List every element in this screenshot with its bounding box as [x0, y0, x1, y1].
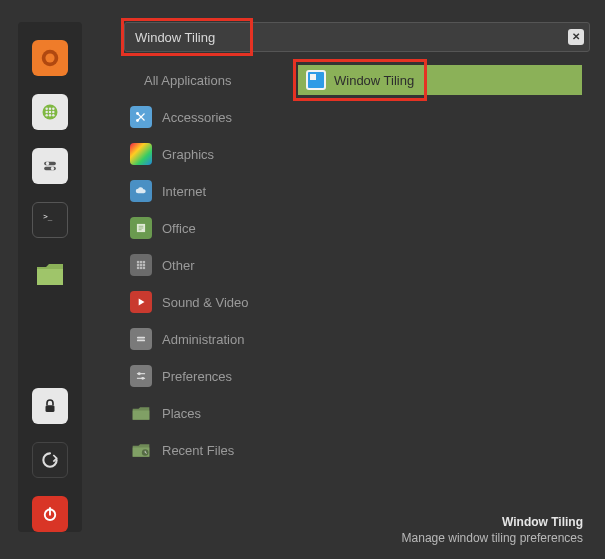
folder-icon [130, 402, 152, 424]
office-icon [130, 217, 152, 239]
svg-rect-28 [140, 261, 142, 263]
category-label: Administration [162, 332, 244, 347]
category-label: Recent Files [162, 443, 234, 458]
logout-icon[interactable] [32, 442, 68, 478]
svg-point-14 [46, 162, 49, 165]
category-label: Office [162, 221, 196, 236]
category-accessories[interactable]: Accessories [124, 102, 294, 132]
sliders-icon [130, 365, 152, 387]
svg-point-10 [49, 114, 52, 117]
svg-point-9 [45, 114, 48, 117]
category-label: Places [162, 406, 201, 421]
scissors-icon [130, 106, 152, 128]
result-label: Window Tiling [334, 73, 414, 88]
svg-rect-18 [46, 405, 55, 412]
lock-icon[interactable] [32, 388, 68, 424]
svg-rect-32 [143, 264, 145, 266]
svg-rect-30 [137, 264, 139, 266]
grid-icon [130, 254, 152, 276]
graphics-icon [130, 143, 152, 165]
category-label: Accessories [162, 110, 232, 125]
search-row: ✕ [124, 22, 590, 52]
svg-rect-33 [137, 267, 139, 269]
category-sound-video[interactable]: Sound & Video [124, 287, 294, 317]
svg-rect-29 [143, 261, 145, 263]
category-label: Internet [162, 184, 206, 199]
svg-point-42 [141, 377, 144, 380]
svg-text:>_: >_ [43, 212, 53, 221]
svg-point-5 [52, 107, 55, 110]
category-all-applications[interactable]: All Applications [124, 65, 294, 95]
category-label: Other [162, 258, 195, 273]
svg-rect-43 [133, 411, 150, 420]
category-label: Sound & Video [162, 295, 249, 310]
svg-point-41 [138, 372, 141, 375]
category-graphics[interactable]: Graphics [124, 139, 294, 169]
svg-point-1 [45, 53, 54, 62]
clear-search-icon[interactable]: ✕ [568, 29, 584, 45]
files-icon[interactable] [32, 256, 68, 292]
power-icon[interactable] [32, 496, 68, 532]
svg-point-4 [49, 107, 52, 110]
svg-point-6 [45, 111, 48, 114]
svg-point-7 [49, 111, 52, 114]
terminal-icon[interactable]: >_ [32, 202, 68, 238]
svg-rect-17 [37, 269, 63, 285]
firefox-icon[interactable] [32, 40, 68, 76]
description-title: Window Tiling [402, 515, 583, 529]
favorites-sidebar: >_ [18, 22, 82, 532]
description-subtitle: Manage window tiling preferences [402, 531, 583, 545]
window-tiling-icon [306, 70, 326, 90]
category-other[interactable]: Other [124, 250, 294, 280]
play-icon [130, 291, 152, 313]
svg-rect-31 [140, 264, 142, 266]
svg-point-3 [45, 107, 48, 110]
category-label: Preferences [162, 369, 232, 384]
category-recent-files[interactable]: Recent Files [124, 435, 294, 465]
category-preferences[interactable]: Preferences [124, 361, 294, 391]
svg-point-11 [52, 114, 55, 117]
app-description: Window Tiling Manage window tiling prefe… [402, 515, 583, 545]
svg-point-22 [136, 119, 139, 122]
svg-point-21 [136, 112, 139, 115]
menu-main: ✕ All Applications Accessories Graphics … [112, 0, 605, 559]
settings-icon[interactable] [32, 148, 68, 184]
apps-grid-icon[interactable] [32, 94, 68, 130]
svg-point-15 [51, 167, 54, 170]
category-label: All Applications [144, 73, 231, 88]
folder-recent-icon [130, 439, 152, 461]
svg-marker-36 [139, 299, 145, 306]
svg-rect-34 [140, 267, 142, 269]
category-internet[interactable]: Internet [124, 176, 294, 206]
result-window-tiling[interactable]: Window Tiling [298, 65, 582, 95]
admin-icon [130, 328, 152, 350]
search-results: Window Tiling [298, 65, 582, 95]
search-input[interactable] [124, 22, 590, 52]
category-list: All Applications Accessories Graphics In… [124, 65, 294, 465]
svg-rect-27 [137, 261, 139, 263]
category-office[interactable]: Office [124, 213, 294, 243]
cloud-icon [130, 180, 152, 202]
svg-point-8 [52, 111, 55, 114]
svg-rect-38 [137, 340, 145, 342]
svg-rect-37 [137, 337, 145, 339]
svg-rect-35 [143, 267, 145, 269]
category-administration[interactable]: Administration [124, 324, 294, 354]
category-places[interactable]: Places [124, 398, 294, 428]
category-label: Graphics [162, 147, 214, 162]
